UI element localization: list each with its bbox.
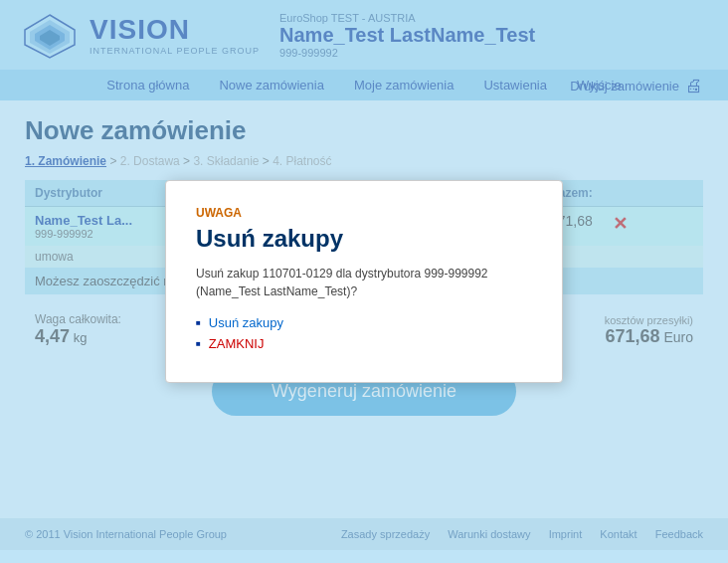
modal-action-close[interactable]: ZAMKNIJ bbox=[196, 336, 532, 351]
modal-body: Usuń zakup 110701-0129 dla dystrybutora … bbox=[196, 265, 532, 300]
modal-title: Usuń zakupy bbox=[196, 225, 532, 253]
modal-action-remove[interactable]: Usuń zakupy bbox=[196, 315, 532, 330]
modal-overlay: UWAGA Usuń zakupy Usuń zakup 110701-0129… bbox=[0, 0, 728, 563]
modal-warning-label: UWAGA bbox=[196, 206, 532, 220]
modal-actions: Usuń zakupy ZAMKNIJ bbox=[196, 315, 532, 351]
modal-remove-link[interactable]: Usuń zakupy bbox=[209, 315, 283, 330]
modal-close-link[interactable]: ZAMKNIJ bbox=[209, 336, 265, 351]
modal-dialog: UWAGA Usuń zakupy Usuń zakup 110701-0129… bbox=[165, 180, 563, 383]
